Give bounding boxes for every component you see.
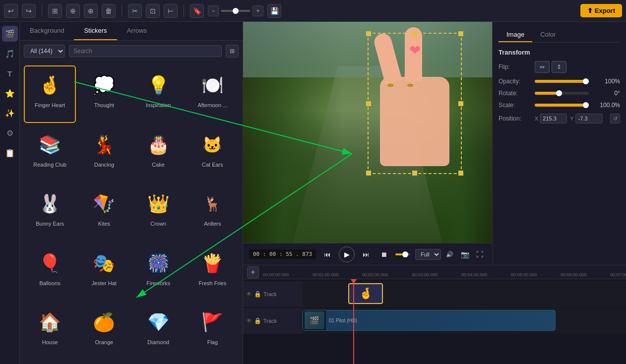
rewind-button[interactable]: ⏮ (321, 248, 334, 261)
screenshot-button[interactable]: 📷 (458, 248, 471, 261)
add-btn[interactable]: ⊕ (66, 4, 80, 18)
sticker-label-kites: Kites (98, 221, 110, 227)
export-button[interactable]: ⬆ Export (580, 4, 622, 17)
separator-1 (42, 5, 42, 17)
tab-image[interactable]: Image (499, 28, 532, 42)
sidebar-item-adjust[interactable]: ⚙ (2, 125, 18, 141)
play-button[interactable]: ▶ (339, 246, 355, 262)
copy-btn[interactable]: ⊕ (84, 4, 98, 18)
sticker-thumb-diamond: 💎 (143, 307, 173, 337)
flip-horizontal-button[interactable]: ⇔ (535, 61, 550, 73)
sticker-antlers[interactable]: 🦌 Antlers (187, 184, 239, 242)
ruler-mark-3: 00:03:00.000 (412, 272, 461, 277)
sidebar-item-effects[interactable]: ✨ (2, 105, 18, 121)
pos-x-group: X (535, 114, 567, 123)
delete-btn[interactable]: 🗑 (102, 4, 116, 18)
crop-btn[interactable]: ⊞ (48, 4, 62, 18)
transform-title: Transform (499, 49, 620, 56)
track-visibility-icon[interactable]: 👁 (246, 291, 252, 298)
zoom-slider[interactable] (221, 10, 250, 12)
flip-vertical-button[interactable]: ⇕ (552, 61, 566, 73)
sidebar-item-stickers[interactable]: ⭐ (2, 85, 18, 101)
progress-thumb (402, 251, 408, 257)
sticker-inspiration[interactable]: 💡 Inspiration (132, 65, 185, 123)
sidebar-item-audio[interactable]: 🎵 (2, 46, 18, 61)
volume-icon[interactable]: 🔊 (446, 251, 453, 258)
sidebar-item-text[interactable]: T (2, 65, 18, 81)
opacity-slider[interactable] (535, 80, 589, 83)
sticker-kites[interactable]: 🪁 Kites (78, 184, 130, 242)
sticker-fireworks[interactable]: 🎆 Fireworks (132, 243, 185, 301)
pos-y-input[interactable] (575, 114, 603, 123)
track-video-visibility-icon[interactable]: 👁 (246, 317, 252, 324)
fullscreen-button[interactable]: ⛶ (473, 248, 486, 261)
bookmark-btn[interactable]: 🔖 (190, 4, 204, 18)
resize-btn[interactable]: ⊡ (146, 4, 160, 18)
sticker-afternoon[interactable]: 🍽️ Afternoon ... (187, 65, 239, 123)
sticker-fresh-fries[interactable]: 🍟 Fresh Fries (187, 243, 239, 301)
panel-tabs: Background Stickers Arrows (20, 22, 243, 41)
track-video-lock-icon[interactable]: 🔒 (254, 317, 261, 324)
sticker-flag[interactable]: 🚩 Flag (187, 303, 239, 360)
sticker-label-flag: Flag (207, 339, 218, 345)
playhead[interactable] (353, 279, 354, 364)
sticker-thumb-antlers: 🦌 (197, 189, 227, 219)
pos-x-input[interactable] (540, 114, 567, 123)
sticker-reading-club[interactable]: 📚 Reading Club (24, 125, 76, 182)
ruler-mark-4: 00:04:00.000 (461, 272, 511, 277)
sticker-cake[interactable]: 🎂 Cake (132, 125, 185, 182)
sticker-dancing[interactable]: 💃 Dancing (78, 125, 130, 182)
sticker-thumb-kites: 🪁 (89, 189, 119, 219)
flip-label: Flip: (499, 63, 531, 70)
track-header-video: 👁 🔒 Track (243, 308, 303, 334)
tab-stickers[interactable]: Stickers (74, 22, 117, 40)
track-lock-icon[interactable]: 🔒 (254, 291, 261, 298)
zoom-in-btn[interactable]: + (252, 5, 263, 16)
save-btn[interactable]: 💾 (267, 4, 281, 18)
sticker-house[interactable]: 🏠 House (24, 303, 76, 360)
add-track-button[interactable]: + (247, 266, 259, 278)
split-btn[interactable]: ⊢ (164, 4, 178, 18)
sticker-thumb-cat-ears: 🐱 (197, 130, 227, 160)
sticker-diamond[interactable]: 💎 Diamond (132, 303, 185, 360)
search-input[interactable] (69, 45, 222, 57)
quality-select[interactable]: Full (415, 249, 441, 260)
sticker-thumb-orange: 🍊 (89, 307, 119, 337)
stop-button[interactable]: ⏹ (377, 248, 390, 261)
sticker-bunny-ears[interactable]: 🐰 Bunny Ears (24, 184, 76, 242)
rotate-slider[interactable] (535, 92, 589, 95)
video-clip[interactable]: 🎬 01 Pilot (HD) (303, 310, 556, 331)
scissors-btn[interactable]: ✂ (128, 4, 142, 18)
scale-slider[interactable] (535, 104, 589, 107)
track-content-video[interactable]: 🎬 01 Pilot (HD) (303, 308, 626, 334)
sidebar-item-layers[interactable]: 📋 (2, 145, 18, 161)
progress-bar[interactable] (395, 253, 410, 255)
sticker-thumb-balloons: 🎈 (35, 248, 65, 278)
sticker-label-dancing: Dancing (94, 162, 114, 168)
sticker-thumb-cake: 🎂 (143, 130, 173, 160)
sticker-label-reading-club: Reading Club (33, 162, 66, 168)
category-select[interactable]: All (144) (24, 45, 65, 58)
sticker-finger-heart[interactable]: 🤞 Finger Heart (24, 65, 76, 123)
fast-forward-button[interactable]: ⏭ (360, 248, 373, 261)
redo-button[interactable]: ↪ (22, 4, 36, 18)
tab-background[interactable]: Background (20, 22, 74, 40)
video-preview[interactable]: ❤ (243, 22, 492, 243)
sticker-thumb-fireworks: 🎆 (143, 248, 173, 278)
sticker-jester-hat[interactable]: 🎭 Jester Hat (78, 243, 130, 301)
sticker-thought[interactable]: 💭 Thought (78, 65, 130, 123)
scale-fill (535, 104, 589, 107)
undo-button[interactable]: ↩ (4, 4, 18, 18)
track-content-sticker[interactable]: 🤞 (303, 281, 626, 307)
sticker-orange[interactable]: 🍊 Orange (78, 303, 130, 360)
sticker-cat-ears[interactable]: 🐱 Cat Ears (187, 125, 239, 182)
zoom-out-btn[interactable]: − (208, 5, 219, 16)
sticker-crown[interactable]: 👑 Crown (132, 184, 185, 242)
sidebar-item-media[interactable]: 🎬 (2, 26, 18, 42)
tab-color[interactable]: Color (532, 28, 563, 42)
position-reset-button[interactable]: ↺ (610, 114, 620, 123)
sticker-balloons[interactable]: 🎈 Balloons (24, 243, 76, 301)
grid-view-button[interactable]: ⊞ (226, 45, 239, 58)
tab-arrows[interactable]: Arrows (117, 22, 157, 40)
opacity-thumb (583, 78, 589, 84)
